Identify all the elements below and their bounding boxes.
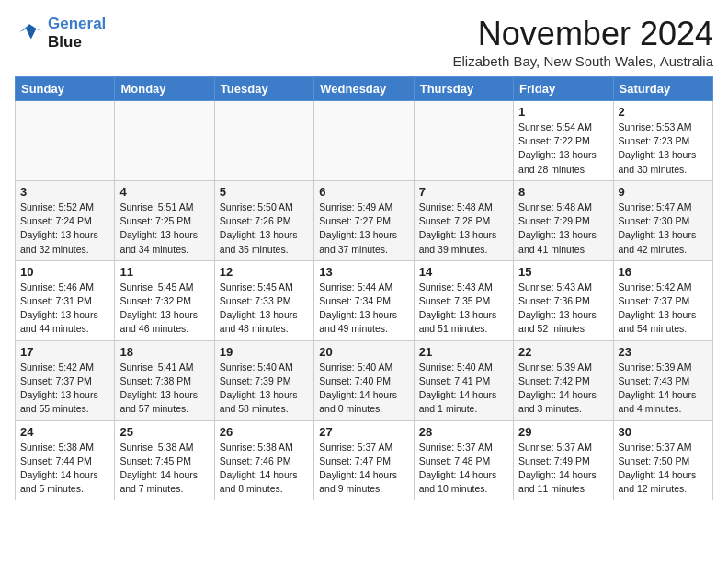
day-info: Sunrise: 5:45 AMSunset: 7:32 PMDaylight:…: [119, 281, 209, 337]
weekday-header-monday: Monday: [115, 77, 214, 101]
month-title: November 2024: [453, 15, 713, 53]
calendar-cell: 28Sunrise: 5:37 AMSunset: 7:48 PMDayligh…: [414, 420, 513, 500]
calendar-cell: 21Sunrise: 5:40 AMSunset: 7:41 PMDayligh…: [414, 340, 513, 420]
calendar-cell: 29Sunrise: 5:37 AMSunset: 7:49 PMDayligh…: [514, 420, 613, 500]
calendar-week-row: 17Sunrise: 5:42 AMSunset: 7:37 PMDayligh…: [16, 340, 713, 420]
calendar-cell: 25Sunrise: 5:38 AMSunset: 7:45 PMDayligh…: [115, 420, 214, 500]
day-info: Sunrise: 5:40 AMSunset: 7:40 PMDaylight:…: [319, 361, 408, 417]
calendar-week-row: 3Sunrise: 5:52 AMSunset: 7:24 PMDaylight…: [16, 180, 713, 260]
calendar-cell: [314, 101, 414, 181]
day-info: Sunrise: 5:54 AMSunset: 7:22 PMDaylight:…: [518, 121, 608, 177]
day-number: 7: [419, 185, 508, 199]
logo-blue: Blue: [48, 33, 106, 52]
calendar-cell: 22Sunrise: 5:39 AMSunset: 7:42 PMDayligh…: [514, 340, 613, 420]
calendar-cell: 2Sunrise: 5:53 AMSunset: 7:23 PMDaylight…: [613, 101, 712, 181]
calendar-cell: 13Sunrise: 5:44 AMSunset: 7:34 PMDayligh…: [314, 260, 414, 340]
calendar-cell: 23Sunrise: 5:39 AMSunset: 7:43 PMDayligh…: [613, 340, 712, 420]
day-number: 18: [119, 345, 209, 359]
calendar-cell: 3Sunrise: 5:52 AMSunset: 7:24 PMDaylight…: [16, 180, 115, 260]
calendar-week-row: 24Sunrise: 5:38 AMSunset: 7:44 PMDayligh…: [16, 420, 713, 500]
page-header: General Blue November 2024 Elizabeth Bay…: [15, 15, 713, 69]
day-number: 6: [319, 185, 408, 199]
day-number: 8: [518, 185, 608, 199]
weekday-header-tuesday: Tuesday: [214, 77, 313, 101]
calendar-cell: 20Sunrise: 5:40 AMSunset: 7:40 PMDayligh…: [314, 340, 414, 420]
day-info: Sunrise: 5:47 AMSunset: 7:30 PMDaylight:…: [619, 201, 708, 257]
calendar-cell: 7Sunrise: 5:48 AMSunset: 7:28 PMDaylight…: [414, 180, 513, 260]
weekday-header-saturday: Saturday: [613, 77, 712, 101]
day-number: 28: [419, 425, 508, 439]
day-info: Sunrise: 5:42 AMSunset: 7:37 PMDaylight:…: [20, 361, 109, 417]
calendar-cell: 4Sunrise: 5:51 AMSunset: 7:25 PMDaylight…: [115, 180, 214, 260]
day-info: Sunrise: 5:44 AMSunset: 7:34 PMDaylight:…: [319, 281, 408, 337]
day-info: Sunrise: 5:51 AMSunset: 7:25 PMDaylight:…: [119, 201, 209, 257]
calendar-cell: 19Sunrise: 5:40 AMSunset: 7:39 PMDayligh…: [214, 340, 313, 420]
day-number: 15: [518, 265, 608, 279]
day-info: Sunrise: 5:39 AMSunset: 7:42 PMDaylight:…: [518, 361, 608, 417]
calendar-cell: 15Sunrise: 5:43 AMSunset: 7:36 PMDayligh…: [514, 260, 613, 340]
day-number: 11: [119, 265, 209, 279]
calendar-table: SundayMondayTuesdayWednesdayThursdayFrid…: [15, 76, 713, 500]
day-number: 16: [619, 265, 708, 279]
day-number: 27: [319, 425, 408, 439]
day-number: 20: [319, 345, 408, 359]
calendar-cell: 27Sunrise: 5:37 AMSunset: 7:47 PMDayligh…: [314, 420, 414, 500]
day-info: Sunrise: 5:37 AMSunset: 7:50 PMDaylight:…: [619, 441, 708, 497]
day-info: Sunrise: 5:48 AMSunset: 7:29 PMDaylight:…: [518, 201, 608, 257]
title-block: November 2024 Elizabeth Bay, New South W…: [453, 15, 713, 69]
day-number: 4: [119, 185, 209, 199]
weekday-header-wednesday: Wednesday: [314, 77, 414, 101]
calendar-cell: 6Sunrise: 5:49 AMSunset: 7:27 PMDaylight…: [314, 180, 414, 260]
logo-general: General: [48, 15, 106, 32]
day-info: Sunrise: 5:49 AMSunset: 7:27 PMDaylight:…: [319, 201, 408, 257]
calendar-cell: 18Sunrise: 5:41 AMSunset: 7:38 PMDayligh…: [115, 340, 214, 420]
day-number: 10: [20, 265, 109, 279]
calendar-cell: 17Sunrise: 5:42 AMSunset: 7:37 PMDayligh…: [16, 340, 115, 420]
day-info: Sunrise: 5:37 AMSunset: 7:48 PMDaylight:…: [419, 441, 508, 497]
calendar-cell: 24Sunrise: 5:38 AMSunset: 7:44 PMDayligh…: [16, 420, 115, 500]
day-info: Sunrise: 5:38 AMSunset: 7:44 PMDaylight:…: [20, 441, 109, 497]
calendar-cell: 14Sunrise: 5:43 AMSunset: 7:35 PMDayligh…: [414, 260, 513, 340]
day-info: Sunrise: 5:52 AMSunset: 7:24 PMDaylight:…: [20, 201, 109, 257]
calendar-week-row: 1Sunrise: 5:54 AMSunset: 7:22 PMDaylight…: [16, 101, 713, 181]
day-number: 19: [220, 345, 309, 359]
calendar-cell: 11Sunrise: 5:45 AMSunset: 7:32 PMDayligh…: [115, 260, 214, 340]
location-subtitle: Elizabeth Bay, New South Wales, Australi…: [453, 53, 713, 69]
day-info: Sunrise: 5:38 AMSunset: 7:45 PMDaylight:…: [119, 441, 209, 497]
logo-icon: [15, 20, 44, 46]
day-number: 1: [518, 105, 608, 119]
weekday-header-sunday: Sunday: [16, 77, 115, 101]
day-number: 2: [619, 105, 708, 119]
day-number: 26: [220, 425, 309, 439]
calendar-cell: [115, 101, 214, 181]
weekday-header-row: SundayMondayTuesdayWednesdayThursdayFrid…: [16, 77, 713, 101]
calendar-cell: 16Sunrise: 5:42 AMSunset: 7:37 PMDayligh…: [613, 260, 712, 340]
day-number: 13: [319, 265, 408, 279]
weekday-header-thursday: Thursday: [414, 77, 513, 101]
calendar-cell: 12Sunrise: 5:45 AMSunset: 7:33 PMDayligh…: [214, 260, 313, 340]
calendar-cell: [16, 101, 115, 181]
calendar-cell: 1Sunrise: 5:54 AMSunset: 7:22 PMDaylight…: [514, 101, 613, 181]
calendar-cell: 5Sunrise: 5:50 AMSunset: 7:26 PMDaylight…: [214, 180, 313, 260]
logo-text: General Blue: [48, 15, 106, 52]
day-info: Sunrise: 5:37 AMSunset: 7:49 PMDaylight:…: [518, 441, 608, 497]
calendar-cell: 10Sunrise: 5:46 AMSunset: 7:31 PMDayligh…: [16, 260, 115, 340]
day-info: Sunrise: 5:46 AMSunset: 7:31 PMDaylight:…: [20, 281, 109, 337]
day-info: Sunrise: 5:48 AMSunset: 7:28 PMDaylight:…: [419, 201, 508, 257]
logo: General Blue: [15, 15, 106, 52]
day-info: Sunrise: 5:42 AMSunset: 7:37 PMDaylight:…: [619, 281, 708, 337]
calendar-cell: [414, 101, 513, 181]
weekday-header-friday: Friday: [514, 77, 613, 101]
day-number: 21: [419, 345, 508, 359]
day-number: 5: [220, 185, 309, 199]
day-info: Sunrise: 5:53 AMSunset: 7:23 PMDaylight:…: [619, 121, 708, 177]
day-info: Sunrise: 5:40 AMSunset: 7:41 PMDaylight:…: [419, 361, 508, 417]
day-number: 9: [619, 185, 708, 199]
day-number: 3: [20, 185, 109, 199]
calendar-cell: 30Sunrise: 5:37 AMSunset: 7:50 PMDayligh…: [613, 420, 712, 500]
day-info: Sunrise: 5:50 AMSunset: 7:26 PMDaylight:…: [220, 201, 309, 257]
day-number: 24: [20, 425, 109, 439]
day-number: 12: [220, 265, 309, 279]
day-info: Sunrise: 5:38 AMSunset: 7:46 PMDaylight:…: [220, 441, 309, 497]
day-number: 25: [119, 425, 209, 439]
